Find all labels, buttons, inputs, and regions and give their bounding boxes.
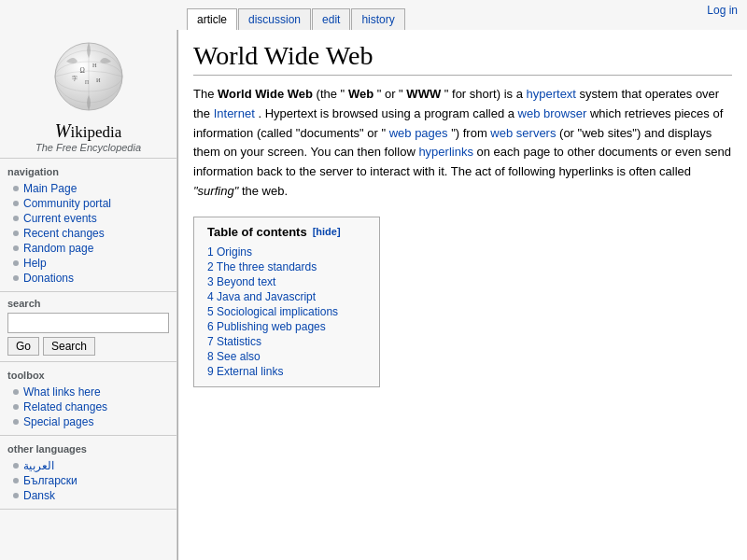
bulgarian-link[interactable]: Български xyxy=(23,474,78,487)
navigation-section: navigation Main Page Community portal Cu… xyxy=(0,159,176,292)
wikipedia-globe: Ω H Π И 字 xyxy=(51,39,126,114)
web-servers-link[interactable]: web servers xyxy=(490,126,556,140)
current-events-link[interactable]: Current events xyxy=(23,212,97,225)
intro-part2: (the " xyxy=(317,87,345,101)
bullet-icon xyxy=(13,201,19,206)
tab-article[interactable]: article xyxy=(187,8,237,30)
toc-item-3[interactable]: 3 Beyond text xyxy=(207,274,366,289)
login-anchor[interactable]: Log in xyxy=(707,4,738,17)
toc-item-1[interactable]: 1 Origins xyxy=(207,245,366,259)
logo-subtitle: The Free Encyclopedia xyxy=(5,142,172,153)
bullet-icon xyxy=(13,463,19,469)
toc-link-3[interactable]: 3 Beyond text xyxy=(207,275,275,288)
navigation-title: navigation xyxy=(0,164,176,181)
article-content: World Wide Web The World Wide Web (the "… xyxy=(177,30,747,560)
bullet-icon xyxy=(13,231,19,236)
web-browser-link[interactable]: web browser xyxy=(518,106,587,120)
bullet-icon xyxy=(13,389,19,395)
search-buttons: Go Search xyxy=(7,337,169,356)
sidebar-item-current-events[interactable]: Current events xyxy=(0,211,176,226)
sidebar-item-main-page[interactable]: Main Page xyxy=(0,181,176,196)
arabic-link[interactable]: العربية xyxy=(23,459,54,472)
toc-item-5[interactable]: 5 Sociological implications xyxy=(207,304,366,319)
web-pages-link[interactable]: web pages xyxy=(389,126,448,140)
sidebar-item-arabic[interactable]: العربية xyxy=(0,458,176,473)
toc-link-2[interactable]: 2 The three standards xyxy=(207,260,317,273)
intro-part11: the web. xyxy=(242,184,288,198)
sidebar-item-what-links-here[interactable]: What links here xyxy=(0,385,176,399)
sidebar-item-recent-changes[interactable]: Recent changes xyxy=(0,226,176,241)
internet-link[interactable]: Internet xyxy=(214,106,255,120)
toc-item-8[interactable]: 8 See also xyxy=(207,349,366,364)
toc-link-8[interactable]: 8 See also xyxy=(207,350,261,363)
svg-text:Π: Π xyxy=(85,79,89,85)
search-button[interactable]: Search xyxy=(43,337,95,356)
go-button[interactable]: Go xyxy=(7,337,39,356)
intro-part1: The xyxy=(193,87,218,101)
table-of-contents: Table of contents [hide] 1 Origins 2 The… xyxy=(193,217,380,387)
toc-link-5[interactable]: 5 Sociological implications xyxy=(207,305,338,318)
help-link[interactable]: Help xyxy=(23,257,47,270)
toc-link-1[interactable]: 1 Origins xyxy=(207,245,252,259)
community-portal-link[interactable]: Community portal xyxy=(23,197,111,210)
special-pages-link[interactable]: Special pages xyxy=(23,415,93,428)
toc-header: Table of contents [hide] xyxy=(207,225,366,239)
random-page-link[interactable]: Random page xyxy=(23,242,93,255)
sidebar-item-related-changes[interactable]: Related changes xyxy=(0,399,176,414)
sidebar-item-bulgarian[interactable]: Български xyxy=(0,473,176,488)
toc-link-6[interactable]: 6 Publishing web pages xyxy=(207,320,326,333)
intro-part6: . Hypertext is browsed using a program c… xyxy=(258,106,517,120)
toc-item-7[interactable]: 7 Statistics xyxy=(207,334,366,349)
sidebar-item-donations[interactable]: Donations xyxy=(0,271,176,286)
toc-item-6[interactable]: 6 Publishing web pages xyxy=(207,319,366,334)
login-link[interactable]: Log in xyxy=(707,4,738,17)
recent-changes-link[interactable]: Recent changes xyxy=(23,227,105,240)
intro-bold-web: Web xyxy=(348,87,374,101)
search-input[interactable] xyxy=(7,313,169,333)
tab-edit[interactable]: edit xyxy=(312,8,350,30)
bullet-icon xyxy=(13,493,19,498)
svg-text:H: H xyxy=(92,62,97,68)
sidebar-item-dansk[interactable]: Dansk xyxy=(0,488,176,503)
logo-title: Wikipedia xyxy=(5,120,172,142)
what-links-here-link[interactable]: What links here xyxy=(23,385,101,399)
search-section: search Go Search xyxy=(0,292,176,362)
bullet-icon xyxy=(13,260,19,266)
tab-history[interactable]: history xyxy=(351,8,404,30)
sidebar-item-special-pages[interactable]: Special pages xyxy=(0,414,176,429)
top-bar: Log in article discussion edit history xyxy=(187,0,747,30)
sidebar-item-community-portal[interactable]: Community portal xyxy=(0,196,176,211)
hyperlinks-link[interactable]: hyperlinks xyxy=(418,145,473,159)
toc-item-9[interactable]: 9 External links xyxy=(207,364,366,379)
bullet-icon xyxy=(13,404,19,410)
intro-paragraph: The World Wide Web (the " Web " or " WWW… xyxy=(193,85,732,202)
donations-link[interactable]: Donations xyxy=(23,272,74,285)
bullet-icon xyxy=(13,478,19,483)
svg-text:Ω: Ω xyxy=(79,67,84,75)
sidebar-item-random-page[interactable]: Random page xyxy=(0,241,176,256)
tab-discussion[interactable]: discussion xyxy=(238,8,311,30)
other-languages-title: other languages xyxy=(0,441,176,458)
toc-hide-button[interactable]: [hide] xyxy=(313,226,341,237)
bullet-icon xyxy=(13,216,19,221)
page-title: World Wide Web xyxy=(193,41,732,76)
intro-part4: " for short) is a xyxy=(444,87,527,101)
main-page-link[interactable]: Main Page xyxy=(23,182,77,195)
logo-area: Ω H Π И 字 Wikipedia The Free Encyclopedi… xyxy=(0,30,176,159)
toc-item-4[interactable]: 4 Java and Javascript xyxy=(207,289,366,304)
toc-link-7[interactable]: 7 Statistics xyxy=(207,335,261,348)
toc-item-2[interactable]: 2 The three standards xyxy=(207,259,366,274)
toc-link-9[interactable]: 9 External links xyxy=(207,365,283,378)
intro-bold-www: WWW xyxy=(406,87,441,101)
svg-text:字: 字 xyxy=(72,75,78,81)
toolbox-section: toolbox What links here Related changes … xyxy=(0,362,176,436)
dansk-link[interactable]: Dansk xyxy=(23,489,55,502)
toc-link-4[interactable]: 4 Java and Javascript xyxy=(207,290,316,303)
sidebar-item-help[interactable]: Help xyxy=(0,256,176,271)
hypertext-link[interactable]: hypertext xyxy=(527,87,576,101)
bullet-icon xyxy=(13,419,19,425)
related-changes-link[interactable]: Related changes xyxy=(23,400,107,413)
other-languages-section: other languages العربية Български Dansk xyxy=(0,436,176,510)
intro-part8: ") from xyxy=(451,126,490,140)
main-layout: Ω H Π И 字 Wikipedia The Free Encyclopedi… xyxy=(0,30,747,560)
